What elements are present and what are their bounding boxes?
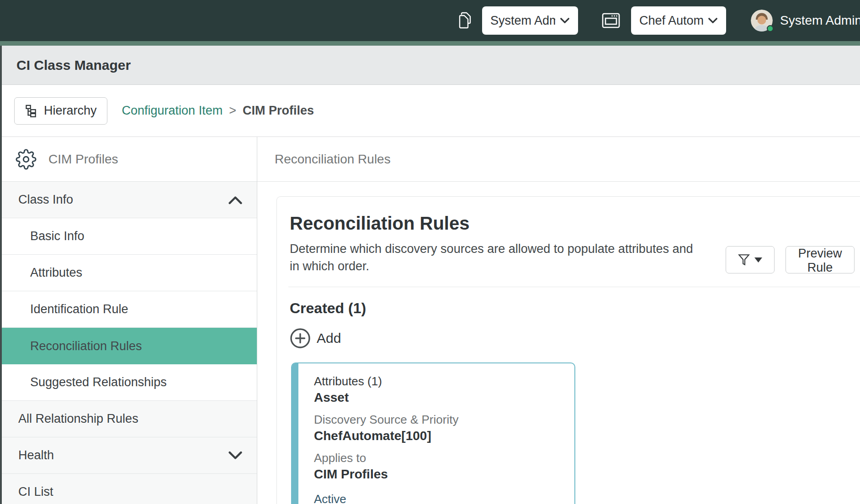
rule-applies-label: Applies to bbox=[314, 450, 565, 466]
workspace-dropdown-value: System Adm bbox=[490, 14, 555, 28]
user-avatar[interactable] bbox=[751, 10, 773, 31]
app-window-icon bbox=[602, 13, 620, 28]
filter-caret-icon bbox=[754, 257, 762, 262]
sidebar-item-ci-list[interactable]: CI List bbox=[2, 474, 257, 504]
sidebar-item-label: Attributes bbox=[30, 266, 82, 280]
top-bar: System Adm Chef Autom System Adminis bbox=[0, 0, 860, 41]
sidebar-item-label: Health bbox=[18, 448, 54, 462]
app-window-button[interactable] bbox=[602, 13, 620, 28]
rule-applies-value: CIM Profiles bbox=[314, 466, 565, 483]
sidebar-header: CIM Profiles bbox=[2, 137, 257, 182]
preview-rule-button[interactable]: Preview Rule bbox=[786, 246, 855, 273]
sidebar-item-class-info[interactable]: Class Info bbox=[2, 182, 257, 218]
section-divider bbox=[288, 287, 860, 287]
sidebar-item-label: All Relationship Rules bbox=[18, 412, 138, 426]
created-heading: Created (1) bbox=[290, 300, 860, 317]
sidebar-title: CIM Profiles bbox=[48, 152, 118, 167]
sidebar-item-label: Class Info bbox=[18, 193, 73, 207]
reconciliation-rules-card: Reconciliation Rules Determine which dis… bbox=[276, 196, 860, 504]
rule-source-label: Discovery Source & Priority bbox=[314, 412, 565, 427]
application-dropdown[interactable]: Chef Autom bbox=[631, 6, 726, 35]
rule-accent-bar bbox=[292, 363, 298, 504]
rule-status-badge: Active bbox=[314, 491, 565, 504]
card-title: Reconciliation Rules bbox=[290, 213, 860, 234]
filter-button[interactable] bbox=[726, 246, 775, 273]
main-content: Reconciliation Rules Determine which dis… bbox=[257, 182, 860, 504]
chevron-down-icon bbox=[708, 17, 718, 24]
rule-attributes-label: Attributes (1) bbox=[314, 373, 565, 389]
sidebar-item-label: Basic Info bbox=[30, 229, 85, 243]
app-title-bar: CI Class Manager bbox=[2, 46, 860, 85]
gear-icon bbox=[16, 149, 37, 170]
toolbar-row: Hierarchy Configuration Item > CIM Profi… bbox=[2, 85, 860, 137]
breadcrumb-configuration-item[interactable]: Configuration Item bbox=[122, 104, 223, 118]
filter-funnel-icon bbox=[738, 253, 750, 266]
class-sidebar: CIM Profiles Class Info Basic Info Attri… bbox=[2, 137, 257, 504]
breadcrumb-cim-profiles: CIM Profiles bbox=[243, 104, 314, 118]
rule-source-value: ChefAutomate[100] bbox=[314, 427, 565, 445]
copy-pages-button[interactable] bbox=[457, 11, 472, 30]
add-rule-button[interactable]: Add bbox=[290, 328, 341, 349]
chevron-up-icon bbox=[228, 195, 243, 205]
main-panel: Reconciliation Rules Reconciliation Rule… bbox=[257, 137, 860, 504]
presence-indicator bbox=[767, 25, 774, 32]
hierarchy-button-label: Hierarchy bbox=[44, 104, 97, 118]
hierarchy-icon bbox=[25, 104, 38, 118]
accent-strip bbox=[0, 41, 860, 46]
workspace-dropdown[interactable]: System Adm bbox=[482, 6, 578, 35]
sidebar-item-label: Reconciliation Rules bbox=[30, 339, 142, 353]
sidebar-nav: Class Info Basic Info Attributes Identif… bbox=[2, 182, 257, 504]
copy-pages-icon bbox=[457, 11, 472, 30]
plus-circle-icon bbox=[290, 328, 311, 349]
chevron-down-icon bbox=[560, 17, 570, 24]
reconciliation-rule-item[interactable]: Attributes (1) Asset Discovery Source & … bbox=[291, 362, 575, 504]
hierarchy-button[interactable]: Hierarchy bbox=[14, 97, 107, 125]
sidebar-item-label: Identification Rule bbox=[30, 302, 128, 316]
breadcrumb: Configuration Item > CIM Profiles bbox=[122, 104, 314, 118]
rule-attributes-value: Asset bbox=[314, 389, 565, 406]
application-dropdown-value: Chef Autom bbox=[639, 14, 703, 28]
sidebar-item-suggested-relationships[interactable]: Suggested Relationships bbox=[2, 364, 257, 401]
sidebar-item-basic-info[interactable]: Basic Info bbox=[2, 218, 257, 255]
page-title: CI Class Manager bbox=[16, 58, 131, 73]
chevron-down-icon bbox=[228, 451, 243, 461]
add-button-label: Add bbox=[317, 331, 341, 346]
sidebar-item-attributes[interactable]: Attributes bbox=[2, 255, 257, 291]
user-name[interactable]: System Adminis bbox=[780, 13, 860, 28]
panel-title: Reconciliation Rules bbox=[275, 152, 391, 167]
breadcrumb-separator: > bbox=[229, 104, 236, 118]
sidebar-item-identification-rule[interactable]: Identification Rule bbox=[2, 291, 257, 328]
main-panel-header: Reconciliation Rules bbox=[257, 137, 860, 182]
sidebar-item-all-relationship-rules[interactable]: All Relationship Rules bbox=[2, 401, 257, 437]
sidebar-item-reconciliation-rules[interactable]: Reconciliation Rules bbox=[2, 328, 257, 364]
sidebar-item-label: Suggested Relationships bbox=[30, 375, 167, 389]
sidebar-item-health[interactable]: Health bbox=[2, 437, 257, 474]
sidebar-item-label: CI List bbox=[18, 485, 53, 499]
